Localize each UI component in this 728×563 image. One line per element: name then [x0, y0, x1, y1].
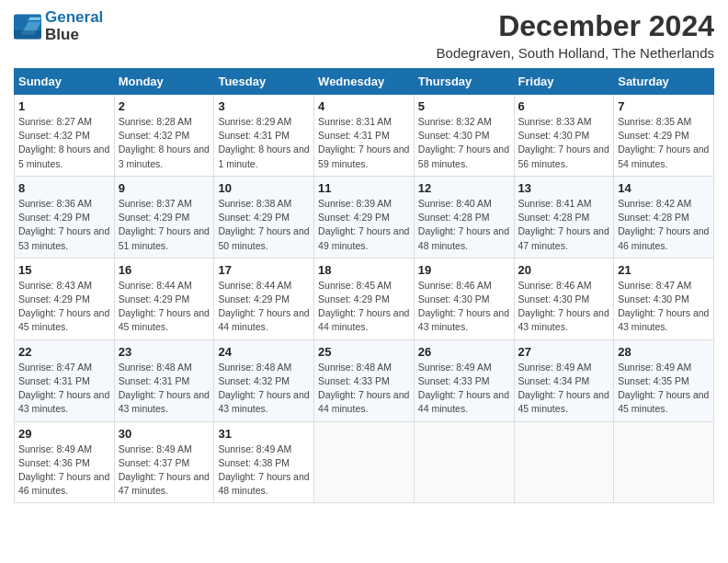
daylight-label: Daylight: 8 hours and 3 minutes. — [119, 144, 210, 168]
sunrise-label: Sunrise: 8:35 AM — [618, 116, 691, 127]
main-title: December 2024 — [437, 9, 714, 43]
calendar-day-cell: 10 Sunrise: 8:38 AM Sunset: 4:29 PM Dayl… — [214, 176, 314, 258]
day-info: Sunrise: 8:48 AM Sunset: 4:31 PM Dayligh… — [119, 361, 210, 417]
day-info: Sunrise: 8:31 AM Sunset: 4:31 PM Dayligh… — [318, 115, 410, 171]
daylight-label: Daylight: 7 hours and 45 minutes. — [18, 307, 109, 332]
sunrise-label: Sunrise: 8:33 AM — [518, 116, 592, 127]
day-number: 26 — [418, 345, 510, 359]
calendar-week-row: 8 Sunrise: 8:36 AM Sunset: 4:29 PM Dayli… — [15, 176, 714, 258]
day-number: 3 — [218, 99, 310, 113]
sunrise-label: Sunrise: 8:48 AM — [218, 362, 291, 373]
daylight-label: Daylight: 7 hours and 49 minutes. — [318, 225, 409, 250]
day-info: Sunrise: 8:47 AM Sunset: 4:31 PM Dayligh… — [18, 361, 110, 417]
daylight-label: Daylight: 7 hours and 43 minutes. — [218, 389, 309, 414]
calendar-day-cell: 3 Sunrise: 8:29 AM Sunset: 4:31 PM Dayli… — [214, 95, 314, 177]
day-number: 18 — [318, 263, 410, 277]
calendar-day-cell — [314, 421, 415, 503]
calendar-day-cell — [514, 421, 614, 503]
day-info: Sunrise: 8:49 AM Sunset: 4:38 PM Dayligh… — [218, 442, 310, 499]
daylight-label: Daylight: 7 hours and 54 minutes. — [618, 144, 709, 168]
sunset-label: Sunset: 4:31 PM — [218, 130, 290, 141]
sunrise-label: Sunrise: 8:47 AM — [618, 280, 691, 291]
day-info: Sunrise: 8:35 AM Sunset: 4:29 PM Dayligh… — [618, 115, 710, 171]
daylight-label: Daylight: 7 hours and 46 minutes. — [18, 471, 109, 496]
daylight-label: Daylight: 7 hours and 45 minutes. — [518, 389, 609, 414]
day-info: Sunrise: 8:36 AM Sunset: 4:29 PM Dayligh… — [18, 197, 110, 253]
day-number: 30 — [119, 427, 210, 441]
daylight-label: Daylight: 7 hours and 47 minutes. — [119, 471, 210, 496]
sunset-label: Sunset: 4:32 PM — [119, 130, 190, 141]
calendar-day-cell — [414, 421, 514, 503]
daylight-label: Daylight: 7 hours and 46 minutes. — [618, 225, 709, 250]
sunset-label: Sunset: 4:38 PM — [218, 457, 290, 468]
day-info: Sunrise: 8:46 AM Sunset: 4:30 PM Dayligh… — [518, 279, 610, 335]
sunrise-label: Sunrise: 8:48 AM — [318, 362, 392, 373]
weekday-header: Wednesday — [314, 69, 415, 95]
day-number: 14 — [618, 181, 710, 195]
sunrise-label: Sunrise: 8:43 AM — [18, 280, 92, 291]
sunset-label: Sunset: 4:36 PM — [18, 457, 90, 468]
day-number: 10 — [218, 181, 310, 195]
calendar-day-cell: 20 Sunrise: 8:46 AM Sunset: 4:30 PM Dayl… — [514, 258, 614, 339]
day-info: Sunrise: 8:46 AM Sunset: 4:30 PM Dayligh… — [418, 279, 510, 335]
calendar-day-cell: 26 Sunrise: 8:49 AM Sunset: 4:33 PM Dayl… — [414, 339, 514, 421]
day-info: Sunrise: 8:44 AM Sunset: 4:29 PM Dayligh… — [119, 279, 210, 335]
daylight-label: Daylight: 7 hours and 50 minutes. — [218, 225, 309, 250]
daylight-label: Daylight: 7 hours and 58 minutes. — [418, 144, 509, 168]
day-number: 17 — [218, 263, 310, 277]
sunrise-label: Sunrise: 8:49 AM — [418, 362, 492, 373]
day-number: 22 — [18, 345, 110, 359]
calendar-day-cell — [614, 421, 714, 503]
sunset-label: Sunset: 4:33 PM — [418, 375, 490, 386]
day-info: Sunrise: 8:43 AM Sunset: 4:29 PM Dayligh… — [18, 279, 110, 335]
calendar-header-row: SundayMondayTuesdayWednesdayThursdayFrid… — [15, 69, 714, 95]
day-info: Sunrise: 8:48 AM Sunset: 4:33 PM Dayligh… — [318, 361, 410, 417]
daylight-label: Daylight: 8 hours and 1 minute. — [218, 144, 309, 168]
sunset-label: Sunset: 4:29 PM — [318, 212, 390, 223]
weekday-header: Friday — [514, 69, 614, 95]
sunset-label: Sunset: 4:30 PM — [518, 130, 590, 141]
sunrise-label: Sunrise: 8:44 AM — [218, 280, 291, 291]
sunset-label: Sunset: 4:28 PM — [418, 212, 490, 223]
calendar-day-cell: 28 Sunrise: 8:49 AM Sunset: 4:35 PM Dayl… — [614, 339, 714, 421]
day-info: Sunrise: 8:28 AM Sunset: 4:32 PM Dayligh… — [119, 115, 210, 171]
calendar-day-cell: 30 Sunrise: 8:49 AM Sunset: 4:37 PM Dayl… — [114, 421, 214, 503]
day-info: Sunrise: 8:41 AM Sunset: 4:28 PM Dayligh… — [518, 197, 610, 253]
sunset-label: Sunset: 4:28 PM — [618, 212, 689, 223]
title-block: December 2024 Bodegraven, South Holland,… — [437, 9, 714, 61]
logo-icon — [14, 14, 41, 40]
calendar-day-cell: 29 Sunrise: 8:49 AM Sunset: 4:36 PM Dayl… — [15, 421, 115, 503]
day-number: 9 — [119, 181, 210, 195]
sunset-label: Sunset: 4:31 PM — [18, 375, 90, 386]
sunrise-label: Sunrise: 8:49 AM — [218, 443, 291, 454]
svg-marker-3 — [14, 30, 41, 39]
sunrise-label: Sunrise: 8:49 AM — [119, 443, 192, 454]
day-info: Sunrise: 8:48 AM Sunset: 4:32 PM Dayligh… — [218, 361, 310, 417]
calendar-day-cell: 23 Sunrise: 8:48 AM Sunset: 4:31 PM Dayl… — [114, 339, 214, 421]
day-info: Sunrise: 8:38 AM Sunset: 4:29 PM Dayligh… — [218, 197, 310, 253]
sunrise-label: Sunrise: 8:49 AM — [518, 362, 592, 373]
sunset-label: Sunset: 4:29 PM — [119, 293, 190, 304]
sunset-label: Sunset: 4:29 PM — [18, 293, 90, 304]
sunset-label: Sunset: 4:32 PM — [18, 130, 90, 141]
sunset-label: Sunset: 4:30 PM — [618, 293, 689, 304]
calendar-day-cell: 18 Sunrise: 8:45 AM Sunset: 4:29 PM Dayl… — [314, 258, 415, 339]
sunset-label: Sunset: 4:37 PM — [119, 457, 190, 468]
calendar-day-cell: 8 Sunrise: 8:36 AM Sunset: 4:29 PM Dayli… — [15, 176, 115, 258]
day-number: 4 — [318, 99, 410, 113]
daylight-label: Daylight: 7 hours and 45 minutes. — [119, 307, 210, 332]
day-number: 24 — [218, 345, 310, 359]
svg-marker-2 — [28, 17, 41, 19]
sunrise-label: Sunrise: 8:32 AM — [418, 116, 492, 127]
calendar-day-cell: 1 Sunrise: 8:27 AM Sunset: 4:32 PM Dayli… — [15, 95, 115, 177]
calendar-day-cell: 9 Sunrise: 8:37 AM Sunset: 4:29 PM Dayli… — [114, 176, 214, 258]
day-number: 6 — [518, 99, 610, 113]
sunrise-label: Sunrise: 8:28 AM — [119, 116, 192, 127]
sunset-label: Sunset: 4:31 PM — [119, 375, 190, 386]
day-number: 13 — [518, 181, 610, 195]
sunrise-label: Sunrise: 8:37 AM — [119, 198, 192, 209]
daylight-label: Daylight: 7 hours and 43 minutes. — [618, 307, 709, 332]
sunset-label: Sunset: 4:35 PM — [618, 375, 689, 386]
sunset-label: Sunset: 4:34 PM — [518, 375, 590, 386]
daylight-label: Daylight: 7 hours and 43 minutes. — [518, 307, 609, 332]
